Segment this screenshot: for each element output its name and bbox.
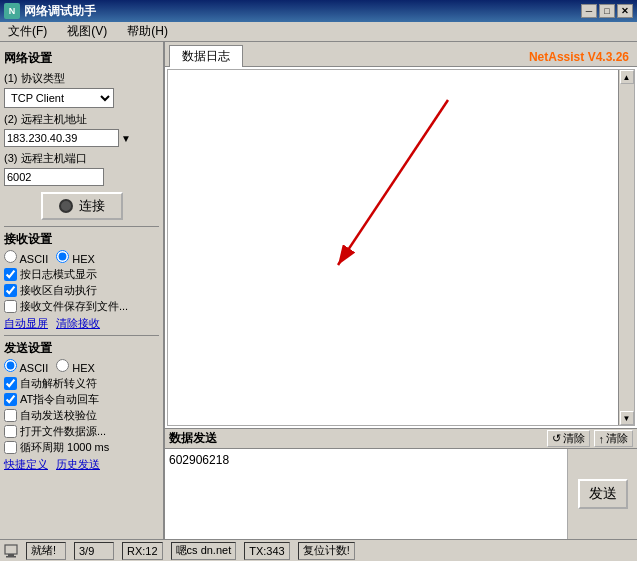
remote-port-input[interactable] [4,168,104,186]
open-file-checkbox[interactable] [4,425,17,438]
status-computer-icon [4,544,18,558]
reset-counter-label: 复位计数! [303,543,350,558]
send-input[interactable]: 602906218 [165,449,567,539]
left-panel: 网络设置 (1) 协议类型 TCP Client TCP Server UDP … [0,42,165,539]
send-encoding-row: ASCII HEX [4,359,159,374]
network-settings-title: 网络设置 [4,50,159,67]
host-dropdown-icon[interactable]: ▼ [121,133,131,144]
log-mode-label: 按日志模式显示 [20,267,97,282]
minimize-button[interactable]: ─ [581,4,597,18]
title-bar-left: N 网络调试助手 [4,3,96,20]
remote-port-label: (3) 远程主机端口 [4,151,159,166]
menu-view[interactable]: 视图(V) [61,22,113,41]
protocol-select[interactable]: TCP Client TCP Server UDP [4,88,114,108]
receive-settings-title: 接收设置 [4,231,159,248]
clear-btn-1-label: 清除 [563,431,585,446]
send-button[interactable]: 发送 [578,479,628,509]
receive-ascii-label[interactable]: ASCII [4,250,48,265]
clear-icon-2: ↑ [599,433,605,445]
receive-ascii-radio[interactable] [4,250,17,263]
right-panel: 数据日志 NetAssist V4.3.26 ▲ ▼ [165,42,637,539]
reset-counter[interactable]: 复位计数! [298,542,355,560]
arrow-annotation [168,70,634,425]
send-ascii-label[interactable]: ASCII [4,359,48,374]
loop-period-row: 循环周期 1000 ms [4,440,159,455]
auto-exec-label: 接收区自动执行 [20,283,97,298]
site-text: 嗯cs dn.net [176,543,232,558]
clear-icon-1: ↺ [552,432,561,445]
connect-button[interactable]: 连接 [41,192,123,220]
receive-hex-radio[interactable] [56,250,69,263]
divider-2 [4,335,159,336]
rx-info: RX:12 [122,542,163,560]
connect-indicator [59,199,73,213]
scroll-down-btn[interactable]: ▼ [620,411,634,425]
auto-parse-checkbox[interactable] [4,377,17,390]
open-file-row: 打开文件数据源... [4,424,159,439]
open-file-label: 打开文件数据源... [20,424,106,439]
log-mode-checkbox[interactable] [4,268,17,281]
receive-hex-label[interactable]: HEX [56,250,95,265]
save-file-checkbox[interactable] [4,300,17,313]
menu-bar: 文件(F) 视图(V) 帮助(H) [0,22,637,42]
remote-port-field-group [4,168,159,186]
clear-btn-1[interactable]: ↺ 清除 [547,430,590,447]
tx-label: TX:343 [249,545,284,557]
page-info-label: 3/9 [79,545,94,557]
auto-exec-row: 接收区自动执行 [4,283,159,298]
version-label: NetAssist V4.3.26 [525,48,633,66]
auto-parse-label: 自动解析转义符 [20,376,97,391]
window-title: 网络调试助手 [24,3,96,20]
send-links: 快捷定义 历史发送 [4,457,159,472]
scroll-up-btn[interactable]: ▲ [620,70,634,84]
send-hex-radio[interactable] [56,359,69,372]
remote-host-input[interactable] [4,129,119,147]
at-return-row: AT指令自动回车 [4,392,159,407]
protocol-field-group: TCP Client TCP Server UDP [4,88,159,108]
maximize-button[interactable]: □ [599,4,615,18]
auto-display-link[interactable]: 自动显屏 [4,316,48,331]
tx-info: TX:343 [244,542,289,560]
send-header: 数据发送 ↺ 清除 ↑ 清除 [165,429,637,449]
receive-encoding-row: ASCII HEX [4,250,159,265]
loop-period-label: 循环周期 1000 ms [20,440,109,455]
send-ascii-radio[interactable] [4,359,17,372]
send-section: 数据发送 ↺ 清除 ↑ 清除 602906218 发送 [165,428,637,539]
save-file-row: 接收文件保存到文件... [4,299,159,314]
quick-def-link[interactable]: 快捷定义 [4,457,48,472]
checksum-checkbox[interactable] [4,409,17,422]
protocol-label: (1) 协议类型 [4,71,159,86]
title-bar: N 网络调试助手 ─ □ ✕ [0,0,637,22]
site-info: 嗯cs dn.net [171,542,237,560]
rx-label: RX:12 [127,545,158,557]
save-file-label: 接收文件保存到文件... [20,299,128,314]
status-icon-area [4,544,18,558]
title-bar-controls: ─ □ ✕ [581,4,633,18]
page-info: 3/9 [74,542,114,560]
tab-bar: 数据日志 NetAssist V4.3.26 [165,42,637,67]
main-container: 网络设置 (1) 协议类型 TCP Client TCP Server UDP … [0,42,637,539]
tab-data-log[interactable]: 数据日志 [169,45,243,67]
send-body: 602906218 发送 [165,449,637,539]
checksum-label: 自动发送校验位 [20,408,97,423]
auto-exec-checkbox[interactable] [4,284,17,297]
close-button[interactable]: ✕ [617,4,633,18]
clear-btn-2[interactable]: ↑ 清除 [594,430,634,447]
checksum-row: 自动发送校验位 [4,408,159,423]
connect-btn-area: 连接 [4,192,159,220]
at-return-checkbox[interactable] [4,393,17,406]
send-settings-title: 发送设置 [4,340,159,357]
log-scrollbar[interactable]: ▲ ▼ [618,70,634,425]
send-clear-buttons: ↺ 清除 ↑ 清除 [547,430,634,447]
at-return-label: AT指令自动回车 [20,392,99,407]
loop-period-checkbox[interactable] [4,441,17,454]
send-button-area: 发送 [567,449,637,539]
history-send-link[interactable]: 历史发送 [56,457,100,472]
send-hex-label[interactable]: HEX [56,359,95,374]
svg-rect-2 [5,545,17,554]
clear-receive-link[interactable]: 清除接收 [56,316,100,331]
svg-line-1 [338,100,448,265]
menu-help[interactable]: 帮助(H) [121,22,174,41]
menu-file[interactable]: 文件(F) [2,22,53,41]
log-mode-row: 按日志模式显示 [4,267,159,282]
